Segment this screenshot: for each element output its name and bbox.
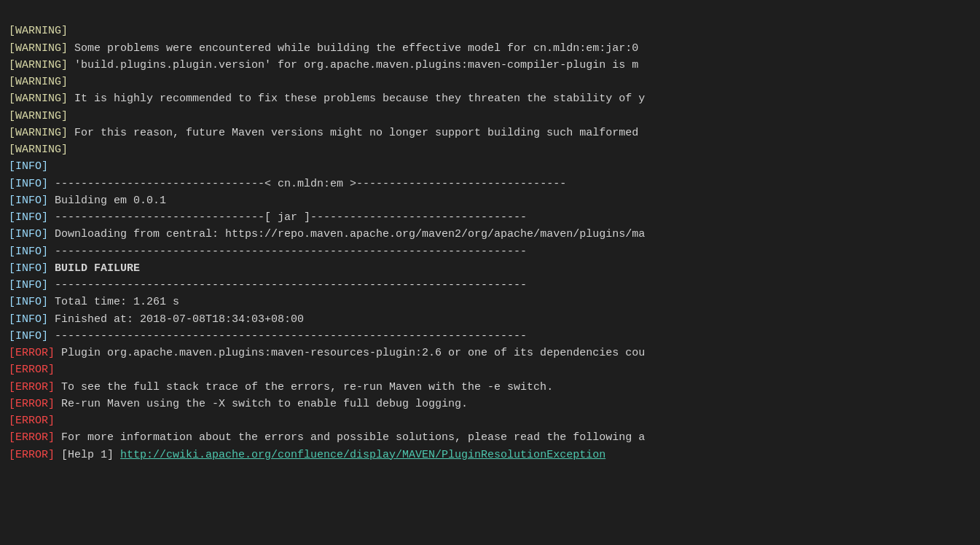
log-text: Building em 0.0.1 (48, 195, 166, 207)
log-line: [INFO] Downloading from central: https:/… (9, 226, 971, 243)
log-tag: [WARNING] (9, 59, 68, 71)
log-text: Finished at: 2018-07-08T18:34:03+08:00 (48, 313, 304, 326)
log-text: It is highly recommended to fix these pr… (68, 93, 645, 105)
log-line: [ERROR] [Help 1] http://cwiki.apache.org… (9, 447, 971, 463)
log-line: [WARNING] (9, 108, 971, 125)
log-tag: [INFO] (9, 330, 48, 342)
log-line: [ERROR] For more information about the e… (9, 429, 971, 446)
log-line: [INFO] ---------------------------------… (9, 328, 971, 345)
log-tag: [INFO] (9, 228, 48, 240)
log-text: Total time: 1.261 s (48, 296, 179, 308)
log-text: For more information about the errors an… (55, 431, 645, 444)
log-tag: [ERROR] (9, 381, 55, 393)
log-tag: [ERROR] (9, 398, 55, 410)
log-line: [INFO] ---------------------------------… (9, 243, 971, 260)
log-tag: [WARNING] (9, 144, 68, 156)
log-line: [WARNING] It is highly recommended to fi… (9, 90, 971, 107)
log-text: Some problems were encountered while bui… (68, 42, 638, 55)
log-line: [WARNING] Some problems were encountered… (9, 40, 971, 57)
log-line: [INFO] Finished at: 2018-07-08T18:34:03+… (9, 311, 971, 328)
log-line: [INFO] ---------------------------------… (9, 277, 971, 294)
log-tag: [INFO] (9, 296, 48, 308)
log-tag: [WARNING] (9, 42, 68, 55)
log-line: [INFO] Building em 0.0.1 (9, 192, 971, 209)
log-text: Downloading from central: https://repo.m… (48, 228, 645, 240)
log-line: [WARNING] (9, 23, 971, 39)
log-tag: [WARNING] (9, 76, 68, 88)
log-tag: [INFO] (9, 262, 48, 275)
log-line: [INFO] Total time: 1.261 s (9, 294, 971, 310)
log-text: 'build.plugins.plugin.version' for org.a… (68, 59, 638, 71)
log-tag: [WARNING] (9, 110, 68, 122)
log-tag: [ERROR] (9, 431, 55, 444)
log-tag: [INFO] (9, 160, 48, 173)
log-tag: [ERROR] (9, 364, 55, 376)
log-tag: [ERROR] (9, 449, 55, 461)
log-tag: [ERROR] (9, 347, 55, 359)
log-line: [WARNING] 'build.plugins.plugin.version'… (9, 57, 971, 74)
log-line: [ERROR] To see the full stack trace of t… (9, 379, 971, 396)
log-tag: [WARNING] (9, 25, 68, 37)
log-line: [ERROR] (9, 412, 971, 429)
log-text: ----------------------------------------… (48, 246, 527, 258)
log-tag: [ERROR] (9, 415, 55, 427)
log-line: [ERROR] Re-run Maven using the -X switch… (9, 396, 971, 412)
log-line: [ERROR] (9, 361, 971, 378)
log-line: [INFO] BUILD FAILURE (9, 260, 971, 277)
log-line: [INFO] --------------------------------<… (9, 176, 971, 192)
log-line: [WARNING] (9, 74, 971, 90)
log-line: [INFO] --------------------------------[… (9, 209, 971, 226)
log-tag: [INFO] (9, 279, 48, 291)
log-text: --------------------------------[ jar ]-… (48, 211, 527, 224)
log-link[interactable]: http://cwiki.apache.org/confluence/displ… (120, 449, 605, 461)
log-text: For this reason, future Maven versions m… (68, 127, 638, 139)
log-tag: [WARNING] (9, 127, 68, 139)
log-line: [ERROR] Plugin org.apache.maven.plugins:… (9, 345, 971, 361)
log-text: BUILD FAILURE (48, 262, 140, 275)
log-text: To see the full stack trace of the error… (55, 381, 553, 393)
log-tag: [INFO] (9, 211, 48, 224)
log-tag: [INFO] (9, 313, 48, 326)
log-line: [INFO] (9, 158, 971, 175)
log-text: --------------------------------< cn.mld… (48, 178, 566, 190)
log-text: Re-run Maven using the -X switch to enab… (55, 398, 468, 410)
log-text: [Help 1] (55, 449, 120, 461)
log-line: [WARNING] (9, 141, 971, 158)
log-tag: [WARNING] (9, 93, 68, 105)
log-tag: [INFO] (9, 178, 48, 190)
log-line: [WARNING] For this reason, future Maven … (9, 125, 971, 141)
log-text: ----------------------------------------… (48, 330, 527, 342)
log-text: Plugin org.apache.maven.plugins:maven-re… (55, 347, 645, 359)
log-output: [WARNING][WARNING] Some problems were en… (9, 6, 971, 463)
log-tag: [INFO] (9, 195, 48, 207)
log-tag: [INFO] (9, 246, 48, 258)
log-text: ----------------------------------------… (48, 279, 527, 291)
